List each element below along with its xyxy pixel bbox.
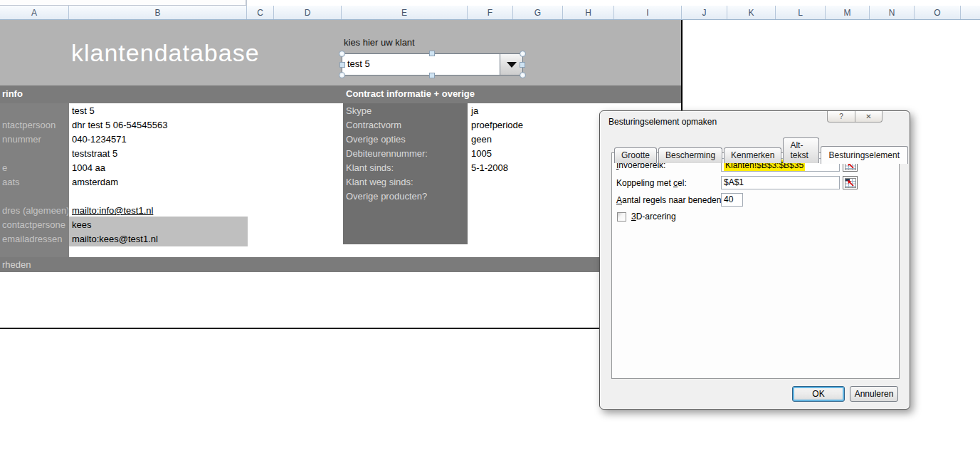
- column-header-b[interactable]: B: [69, 6, 247, 19]
- table-row: contactpersonekees: [0, 218, 682, 232]
- column-header-j[interactable]: J: [682, 6, 727, 19]
- selection-handle[interactable]: [429, 51, 435, 56]
- range-picker-icon: [845, 178, 856, 188]
- row-label[interactable]: dres (algemeen): [2, 204, 68, 218]
- cell-link-field[interactable]: $A$1: [721, 176, 840, 189]
- row-label[interactable]: Overige producten?: [346, 189, 465, 204]
- footer-row-label[interactable]: rheden: [2, 259, 31, 270]
- row-label[interactable]: Debiteurennummer:: [346, 147, 465, 161]
- column-header-i[interactable]: I: [614, 6, 682, 19]
- column-header-k[interactable]: K: [727, 6, 776, 19]
- cell-value[interactable]: geen: [471, 132, 492, 147]
- close-button[interactable]: ✕: [855, 111, 882, 123]
- drop-lines-label: Aantal regels naar beneden:: [616, 195, 724, 205]
- column-header-g[interactable]: G: [513, 6, 563, 19]
- table-row: Debiteurennummer:1005: [0, 147, 682, 161]
- tab-bescherming[interactable]: Bescherming: [658, 147, 722, 163]
- table-row: Overige producten?: [0, 189, 682, 204]
- left-section-header[interactable]: rinfo: [2, 88, 23, 99]
- page-title: klantendatabase: [71, 39, 260, 67]
- cell-value[interactable]: ja: [471, 104, 478, 118]
- cell-value[interactable]: 1005: [471, 147, 492, 161]
- dialog-title: Besturingselement opmaken: [608, 117, 717, 127]
- cancel-button[interactable]: Annuleren: [850, 386, 898, 402]
- 3d-shading-checkbox[interactable]: [617, 212, 626, 222]
- email-link[interactable]: mailto:info@test1.nl: [72, 204, 153, 218]
- tab-kenmerken[interactable]: Kenmerken: [724, 147, 781, 163]
- table-row: emailadressenmailto:kees@test1.nl: [0, 232, 682, 246]
- row-label[interactable]: Klant sinds:: [346, 161, 465, 175]
- formula-bar-strip: [0, 0, 980, 6]
- tab-alt-tekst[interactable]: Alt-tekst: [783, 137, 818, 163]
- help-button[interactable]: ?: [827, 111, 855, 123]
- drop-lines-field[interactable]: 40: [721, 193, 743, 207]
- combobox-value[interactable]: test 5: [342, 54, 500, 75]
- selection-handle[interactable]: [520, 51, 526, 57]
- ok-button[interactable]: OK: [792, 386, 845, 402]
- cell-value[interactable]: kees: [72, 218, 91, 232]
- column-header-m[interactable]: M: [826, 6, 870, 19]
- cell-value[interactable]: proefperiode: [471, 118, 523, 132]
- selection-handle[interactable]: [520, 72, 526, 78]
- column-header-row: A B C D E F G H I J K L M N O: [0, 6, 980, 20]
- table-row: Contractvormproefperiode: [0, 118, 682, 132]
- column-header-f[interactable]: F: [468, 6, 513, 19]
- sheet-horizontal-rule: [0, 328, 682, 329]
- combo-caption: kies hier uw klant: [344, 37, 415, 48]
- email-link[interactable]: mailto:kees@test1.nl: [72, 232, 158, 246]
- range-picker-button[interactable]: [843, 176, 858, 189]
- row-label[interactable]: Skype: [346, 104, 465, 118]
- sheet-right-border: [681, 20, 683, 112]
- cell-link-label: Koppeling met cel:: [616, 178, 687, 188]
- selection-handle[interactable]: [339, 51, 345, 57]
- tab-besturingselement[interactable]: Besturingselement: [821, 146, 908, 164]
- column-header-n[interactable]: N: [870, 6, 915, 19]
- column-header-a[interactable]: A: [0, 6, 69, 19]
- column-header-e[interactable]: E: [342, 6, 468, 19]
- row-label[interactable]: Contractvorm: [346, 118, 465, 132]
- selection-handle[interactable]: [520, 62, 525, 68]
- 3d-shading-label[interactable]: 3D-arcering: [631, 212, 676, 222]
- tab-grootte[interactable]: Grootte: [614, 147, 657, 163]
- selection-handle[interactable]: [339, 72, 345, 78]
- name-box-remnant: [0, 0, 246, 6]
- selection-handle[interactable]: [429, 73, 435, 78]
- format-control-dialog: Besturingselement opmaken ? ✕ Grootte Be…: [599, 110, 910, 410]
- column-header-d[interactable]: D: [274, 6, 342, 19]
- formula-bar-divider: [246, 0, 247, 6]
- column-header-c[interactable]: C: [247, 6, 274, 19]
- dialog-tabs: Grootte Bescherming Kenmerken Alt-tekst …: [614, 137, 910, 163]
- section-header-band: [0, 85, 682, 103]
- row-label[interactable]: Overige opties: [346, 132, 465, 147]
- column-header-h[interactable]: H: [563, 6, 614, 19]
- cell-value[interactable]: 5-1-2008: [471, 161, 508, 175]
- row-label[interactable]: contactpersone: [2, 218, 68, 232]
- dialog-window-buttons: ? ✕: [827, 111, 882, 123]
- row-label[interactable]: emailadressen: [2, 232, 68, 246]
- table-row: Overige optiesgeen: [0, 132, 682, 147]
- table-row: Skypeja: [0, 104, 682, 118]
- table-row: dres (algemeen)mailto:info@test1.nl: [0, 204, 682, 218]
- row-label[interactable]: Klant weg sinds:: [346, 175, 465, 189]
- column-header-o[interactable]: O: [915, 6, 961, 19]
- contract-section-header[interactable]: Contract informatie + overige: [346, 88, 475, 99]
- footer-band: [0, 257, 682, 272]
- column-header-partial: [961, 6, 980, 19]
- column-header-l[interactable]: L: [776, 6, 826, 19]
- table-row: Klant sinds:5-1-2008: [0, 161, 682, 175]
- table-row: Klant weg sinds:: [0, 175, 682, 189]
- chevron-down-icon: [507, 62, 517, 68]
- selection-handle[interactable]: [339, 62, 345, 68]
